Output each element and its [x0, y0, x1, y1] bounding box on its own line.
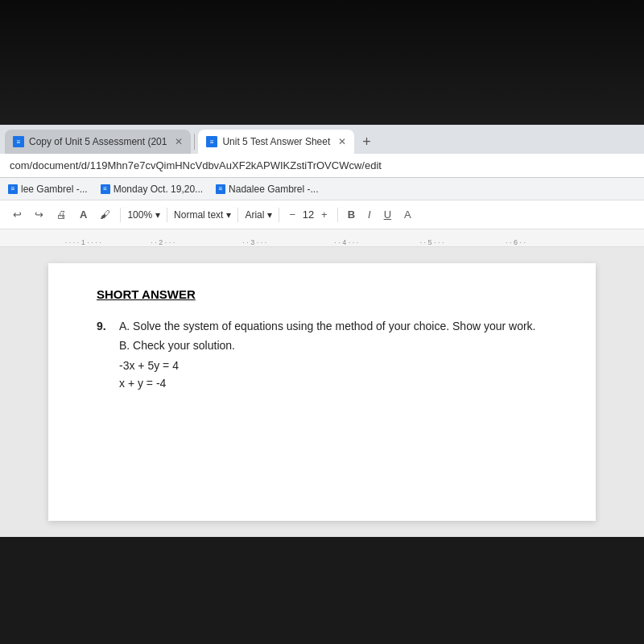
toolbar-divider-5	[337, 208, 338, 222]
underline-button[interactable]: U	[381, 207, 394, 222]
ruler-mark-3: · · 3 · · ·	[242, 238, 266, 246]
question-number: 9.	[97, 317, 113, 393]
browser-window: ≡ Copy of Unit 5 Assessment (201 ✕ ≡ Uni…	[0, 125, 644, 537]
question-content: A. Solve the system of equations using t…	[119, 317, 547, 393]
bookmark1-label: lee Gambrel -...	[21, 184, 88, 195]
font-arrow-icon: ▾	[267, 209, 272, 221]
ruler-mark-6: · · 6 · ·	[506, 238, 526, 246]
ruler-mark-1: · · · · 1 · · · ·	[65, 238, 101, 246]
ruler-mark-5: · · 5 · · ·	[420, 238, 444, 246]
bookmark2-icon: ≡	[101, 184, 110, 194]
tab-bar: ≡ Copy of Unit 5 Assessment (201 ✕ ≡ Uni…	[0, 125, 644, 154]
equations: -3x + 5y = 4 x + y = -4	[119, 357, 547, 393]
paint-format-button[interactable]: 🖌	[97, 207, 114, 222]
style-arrow-icon: ▾	[226, 209, 231, 221]
top-bezel	[0, 0, 644, 125]
bottom-bezel	[0, 537, 644, 585]
doc-toolbar: ↩ ↪ 🖨 A 🖌 100% ▾ Normal text ▾ Arial ▾ −…	[0, 200, 644, 229]
ruler: · · · · 1 · · · · · · 2 · · · · · 3 · · …	[0, 229, 644, 247]
doc-area: SHORT ANSWER 9. A. Solve the system of e…	[0, 247, 644, 537]
zoom-arrow-icon: ▾	[155, 209, 160, 221]
address-bar[interactable]: com/document/d/119Mhn7e7cvQimHNcVdbvAuXF…	[0, 154, 644, 178]
redo-button[interactable]: ↪	[31, 207, 47, 222]
toolbar-divider-4	[279, 208, 279, 222]
zoom-selector[interactable]: 100% ▾	[127, 209, 160, 221]
equation-1: -3x + 5y = 4	[119, 357, 547, 374]
bookmark-3[interactable]: ≡ Nadalee Gambrel -...	[216, 184, 318, 195]
toolbar-divider-1	[120, 208, 121, 222]
question-part-a: A. Solve the system of equations using t…	[119, 317, 547, 335]
bold-button[interactable]: B	[345, 207, 358, 222]
bookmark-1[interactable]: ≡ lee Gambrel -...	[8, 184, 88, 195]
spellcheck-button[interactable]: A	[76, 207, 90, 222]
tab-unit5-answer-sheet[interactable]: ≡ Unit 5 Test Answer Sheet ✕	[198, 130, 354, 154]
zoom-value: 100%	[127, 209, 152, 221]
bookmark2-label: Monday Oct. 19,20...	[114, 184, 203, 195]
bookmarks-bar: ≡ lee Gambrel -... ≡ Monday Oct. 19,20..…	[0, 178, 644, 200]
ruler-mark-2: · · 2 · · ·	[151, 238, 175, 246]
font-size-minus-button[interactable]: −	[286, 207, 299, 222]
short-answer-heading: SHORT ANSWER	[97, 287, 547, 301]
question-part-b: B. Check your solution.	[119, 336, 547, 354]
italic-button[interactable]: I	[365, 207, 374, 222]
question-9-block: 9. A. Solve the system of equations usin…	[97, 317, 547, 393]
font-size-plus-button[interactable]: +	[318, 207, 331, 222]
font-selector[interactable]: Arial ▾	[245, 209, 272, 221]
ruler-marks: · · · · 1 · · · · · · 2 · · · · · 3 · · …	[16, 229, 628, 246]
new-tab-button[interactable]: +	[356, 134, 378, 149]
bookmark-2[interactable]: ≡ Monday Oct. 19,20...	[101, 184, 203, 195]
bookmark3-icon: ≡	[216, 184, 225, 194]
font-value: Arial	[245, 209, 264, 221]
style-value: Normal text	[174, 209, 223, 221]
tab2-close[interactable]: ✕	[338, 136, 346, 147]
tab1-icon: ≡	[13, 136, 24, 147]
toolbar-divider-2	[167, 208, 167, 222]
style-selector[interactable]: Normal text ▾	[174, 209, 231, 221]
doc-page[interactable]: SHORT ANSWER 9. A. Solve the system of e…	[48, 263, 596, 521]
tab2-icon: ≡	[206, 136, 217, 147]
tab1-close[interactable]: ✕	[175, 136, 183, 147]
tab-separator	[194, 134, 195, 150]
bookmark3-label: Nadalee Gambrel -...	[229, 184, 318, 195]
undo-button[interactable]: ↩	[10, 207, 25, 222]
toolbar-divider-3	[237, 208, 238, 222]
tab2-label: Unit 5 Test Answer Sheet	[222, 136, 330, 147]
print-button[interactable]: 🖨	[53, 207, 70, 222]
tab-copy-unit5[interactable]: ≡ Copy of Unit 5 Assessment (201 ✕	[5, 130, 191, 154]
bookmark1-icon: ≡	[8, 184, 18, 194]
address-text: com/document/d/119Mhn7e7cvQimHNcVdbvAuXF…	[10, 159, 382, 171]
equation-2: x + y = -4	[119, 374, 547, 392]
font-size-value: 12	[302, 208, 315, 221]
font-size-control: − 12 +	[286, 207, 330, 222]
ruler-mark-4: · · 4 · · ·	[334, 238, 358, 246]
more-formatting-button[interactable]: A	[401, 207, 415, 222]
tab1-label: Copy of Unit 5 Assessment (201	[29, 136, 167, 147]
